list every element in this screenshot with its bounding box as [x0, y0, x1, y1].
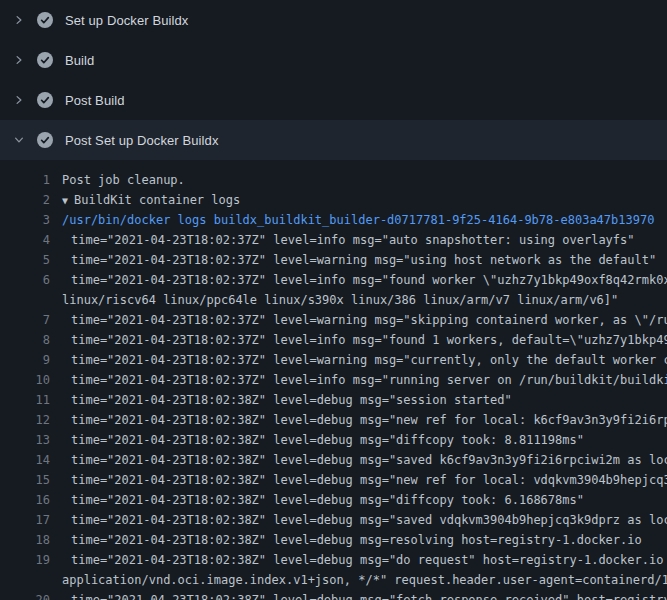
line-number[interactable]: 7: [0, 310, 50, 330]
log-line: 16time="2021-04-23T18:02:38Z" level=debu…: [0, 490, 667, 510]
log-line-continuation: application/vnd.oci.image.index.v1+json,…: [0, 570, 667, 590]
line-text: time="2021-04-23T18:02:38Z" level=debug …: [50, 390, 512, 410]
line-number[interactable]: 2: [0, 190, 50, 210]
line-number[interactable]: 11: [0, 390, 50, 410]
line-number[interactable]: 1: [0, 170, 50, 190]
line-number[interactable]: 10: [0, 370, 50, 390]
line-text: time="2021-04-23T18:02:37Z" level=info m…: [50, 230, 635, 250]
log-line: 17time="2021-04-23T18:02:38Z" level=debu…: [0, 510, 667, 530]
line-text: time="2021-04-23T18:02:38Z" level=debug …: [50, 590, 667, 600]
line-number[interactable]: 18: [0, 530, 50, 550]
line-text: time="2021-04-23T18:02:37Z" level=info m…: [50, 330, 667, 350]
line-number: [0, 290, 50, 310]
check-circle-icon: [37, 132, 53, 148]
step-label: Set up Docker Buildx: [65, 13, 188, 28]
line-text: time="2021-04-23T18:02:38Z" level=debug …: [50, 450, 667, 470]
log-line: 18time="2021-04-23T18:02:38Z" level=debu…: [0, 530, 667, 550]
line-text: time="2021-04-23T18:02:38Z" level=debug …: [50, 410, 667, 430]
log-line: 19time="2021-04-23T18:02:38Z" level=debu…: [0, 550, 667, 570]
triangle-down-icon: ▼: [62, 195, 74, 206]
chevron-down-icon: [12, 133, 26, 147]
log-line: 12time="2021-04-23T18:02:38Z" level=debu…: [0, 410, 667, 430]
line-text: time="2021-04-23T18:02:37Z" level=info m…: [50, 370, 667, 390]
line-number[interactable]: 14: [0, 450, 50, 470]
line-number[interactable]: 3: [0, 210, 50, 230]
line-text: time="2021-04-23T18:02:38Z" level=debug …: [50, 490, 584, 510]
line-text: /usr/bin/docker logs buildx_buildkit_bui…: [50, 210, 654, 230]
line-text: time="2021-04-23T18:02:37Z" level=info m…: [50, 270, 667, 290]
steps-list: Set up Docker Buildx Build Post Build: [0, 0, 667, 160]
line-number[interactable]: 17: [0, 510, 50, 530]
line-number[interactable]: 8: [0, 330, 50, 350]
log-line-command: 3/usr/bin/docker logs buildx_buildkit_bu…: [0, 210, 667, 230]
line-text: time="2021-04-23T18:02:38Z" level=debug …: [50, 470, 667, 490]
step-row-set-up-docker-buildx[interactable]: Set up Docker Buildx: [0, 0, 667, 40]
line-text: time="2021-04-23T18:02:38Z" level=debug …: [50, 430, 584, 450]
line-text: Post job cleanup.: [50, 170, 185, 190]
step-label: Post Set up Docker Buildx: [65, 133, 219, 148]
line-text[interactable]: ▼ BuildKit container logs: [50, 190, 240, 210]
check-circle-icon: [37, 92, 53, 108]
line-text: time="2021-04-23T18:02:37Z" level=warnin…: [50, 310, 667, 330]
log-line: 10time="2021-04-23T18:02:37Z" level=info…: [0, 370, 667, 390]
log-line: 8time="2021-04-23T18:02:37Z" level=info …: [0, 330, 667, 350]
line-number[interactable]: 16: [0, 490, 50, 510]
check-circle-icon: [37, 52, 53, 68]
log-line: 5time="2021-04-23T18:02:37Z" level=warni…: [0, 250, 667, 270]
line-text: time="2021-04-23T18:02:38Z" level=debug …: [50, 530, 642, 550]
step-label: Post Build: [65, 93, 125, 108]
log-line: 20time="2021-04-23T18:02:38Z" level=debu…: [0, 590, 667, 600]
line-text: application/vnd.oci.image.index.v1+json,…: [50, 570, 667, 590]
step-label: Build: [65, 53, 94, 68]
line-text: time="2021-04-23T18:02:37Z" level=warnin…: [50, 350, 667, 370]
chevron-right-icon: [12, 93, 26, 107]
line-number: [0, 570, 50, 590]
log-line: 11time="2021-04-23T18:02:38Z" level=debu…: [0, 390, 667, 410]
log-line: 6time="2021-04-23T18:02:37Z" level=info …: [0, 270, 667, 290]
log-line: 7time="2021-04-23T18:02:37Z" level=warni…: [0, 310, 667, 330]
group-title: BuildKit container logs: [74, 193, 240, 207]
step-row-build[interactable]: Build: [0, 40, 667, 80]
line-number[interactable]: 5: [0, 250, 50, 270]
chevron-right-icon: [12, 13, 26, 27]
log-line: 15time="2021-04-23T18:02:38Z" level=debu…: [0, 470, 667, 490]
log-group-header-line: 2▼ BuildKit container logs: [0, 190, 667, 210]
workflow-log-viewer: Set up Docker Buildx Build Post Build: [0, 0, 667, 600]
chevron-right-icon: [12, 53, 26, 67]
line-number[interactable]: 4: [0, 230, 50, 250]
line-text: linux/riscv64 linux/ppc64le linux/s390x …: [50, 290, 618, 310]
line-number[interactable]: 15: [0, 470, 50, 490]
log-line: 9time="2021-04-23T18:02:37Z" level=warni…: [0, 350, 667, 370]
check-circle-icon: [37, 12, 53, 28]
line-number[interactable]: 20: [0, 590, 50, 600]
line-number[interactable]: 13: [0, 430, 50, 450]
line-number[interactable]: 19: [0, 550, 50, 570]
log-line: 4time="2021-04-23T18:02:37Z" level=info …: [0, 230, 667, 250]
step-row-post-build[interactable]: Post Build: [0, 80, 667, 120]
log-line: 1Post job cleanup.: [0, 170, 667, 190]
line-text: time="2021-04-23T18:02:38Z" level=debug …: [50, 550, 667, 570]
line-number[interactable]: 6: [0, 270, 50, 290]
log-lines: 1Post job cleanup.2▼ BuildKit container …: [0, 160, 667, 600]
log-line: 14time="2021-04-23T18:02:38Z" level=debu…: [0, 450, 667, 470]
log-line-continuation: linux/riscv64 linux/ppc64le linux/s390x …: [0, 290, 667, 310]
line-number[interactable]: 12: [0, 410, 50, 430]
log-line: 13time="2021-04-23T18:02:38Z" level=debu…: [0, 430, 667, 450]
line-text: time="2021-04-23T18:02:37Z" level=warnin…: [50, 250, 656, 270]
step-row-post-set-up-docker-buildx[interactable]: Post Set up Docker Buildx: [0, 120, 667, 160]
line-number[interactable]: 9: [0, 350, 50, 370]
line-text: time="2021-04-23T18:02:38Z" level=debug …: [50, 510, 667, 530]
